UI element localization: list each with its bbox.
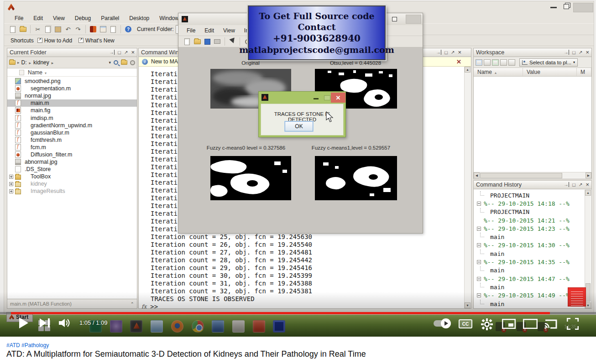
- dock-icon[interactable]: [436, 50, 441, 55]
- column-header-m[interactable]: M: [577, 68, 591, 76]
- undock-icon[interactable]: [579, 50, 582, 55]
- plot-selector-button[interactable]: Select data to pl... ▾: [519, 58, 578, 67]
- taskbar-icon-red-app[interactable]: [253, 320, 265, 333]
- expand-toggle-icon[interactable]: [9, 175, 13, 179]
- maximize-icon[interactable]: [572, 50, 575, 55]
- scrollbar-thumb[interactable]: [586, 283, 591, 302]
- undock-icon[interactable]: [579, 182, 582, 187]
- maximize-icon[interactable]: [572, 182, 575, 187]
- video-player[interactable]: FileEditViewDebugParallelDesktopWindowHe…: [0, 0, 596, 337]
- fig-menu-view[interactable]: View: [219, 26, 240, 35]
- current-folder-header[interactable]: Current Folder: [7, 48, 137, 57]
- cut-icon[interactable]: ✂: [34, 25, 42, 33]
- collapse-toggle-icon[interactable]: [477, 260, 481, 264]
- collapse-toggle-icon[interactable]: [477, 293, 481, 297]
- workspace-header[interactable]: Workspace: [474, 48, 591, 57]
- close-icon[interactable]: [131, 50, 135, 55]
- history-row[interactable]: PROJECTMAIN: [474, 191, 585, 199]
- file-row-fcm-m[interactable]: fcm.m: [7, 144, 137, 151]
- captions-button[interactable]: CC: [459, 319, 472, 328]
- file-list-column-header[interactable]: Name: [7, 68, 137, 77]
- scroll-up-icon[interactable]: ▲: [585, 190, 591, 196]
- scrollbar-thumb[interactable]: [480, 173, 562, 178]
- dock-icon[interactable]: [564, 182, 569, 187]
- taskbar-icon-word-app[interactable]: [212, 320, 224, 333]
- file-row-main-m[interactable]: main.m: [7, 99, 137, 107]
- file-row-imageresults[interactable]: ImageResults: [7, 187, 137, 195]
- minimize-icon[interactable]: [314, 98, 319, 99]
- menu-desktop[interactable]: Desktop: [124, 14, 154, 23]
- breadcrumb-item-kidney[interactable]: kidney: [33, 59, 56, 66]
- menu-parallel[interactable]: Parallel: [96, 14, 124, 23]
- collapse-toggle-icon[interactable]: [477, 243, 481, 247]
- import-data-icon[interactable]: [492, 59, 499, 66]
- search-icon[interactable]: [114, 60, 118, 65]
- miniplayer-button[interactable]: [502, 319, 516, 329]
- next-button[interactable]: [39, 318, 51, 328]
- browse-folder-icon[interactable]: [121, 60, 127, 65]
- play-button[interactable]: [18, 317, 29, 329]
- close-button[interactable]: [406, 15, 421, 24]
- volume-button[interactable]: [58, 318, 71, 328]
- taskbar-icon-matlab-app[interactable]: [130, 320, 142, 333]
- history-row[interactable]: %-- 29-10-2015 14:18 --%: [474, 199, 585, 208]
- menu-view[interactable]: View: [48, 14, 70, 23]
- dock-icon[interactable]: [564, 50, 569, 55]
- file-row-abnormal-jpg[interactable]: abnormal.jpg: [7, 158, 137, 166]
- undock-icon[interactable]: [124, 50, 128, 55]
- file-row-kidney[interactable]: kidney: [7, 180, 137, 187]
- taskbar-icon-explorer-app[interactable]: [151, 320, 163, 333]
- delete-variable-icon[interactable]: [508, 59, 515, 66]
- taskbar-icon-chrome-app[interactable]: [192, 320, 204, 333]
- history-row[interactable]: %-- 29-10-2015 14:21 --%: [474, 216, 585, 224]
- gear-icon[interactable]: [130, 60, 135, 65]
- taskbar-icon-firefox-app[interactable]: [171, 320, 183, 333]
- hashtag-links[interactable]: #ATD #Pathology: [6, 342, 49, 348]
- column-header-name[interactable]: Name: [474, 68, 523, 76]
- collapse-toggle-icon[interactable]: [477, 202, 481, 206]
- menu-debug[interactable]: Debug: [70, 14, 96, 23]
- banner-close-icon[interactable]: ✕: [456, 58, 461, 65]
- promo-overlay-box[interactable]: [568, 287, 586, 307]
- new-figure-icon[interactable]: [183, 37, 191, 46]
- shortcut-how-to-add[interactable]: How to Add: [37, 37, 72, 44]
- command-history-header[interactable]: Command History: [474, 181, 591, 189]
- maximize-icon[interactable]: [118, 50, 121, 55]
- restore-icon[interactable]: [564, 4, 569, 9]
- history-row[interactable]: main: [474, 233, 585, 241]
- open-icon[interactable]: [193, 37, 201, 46]
- shortcut-what-s-new[interactable]: What's New: [78, 37, 115, 44]
- new-variable-icon[interactable]: [476, 59, 482, 66]
- paste-icon[interactable]: [54, 25, 62, 33]
- taskbar-icon-photos-app[interactable]: [232, 320, 245, 333]
- scroll-right-icon[interactable]: ▶: [586, 172, 591, 178]
- pointer-icon[interactable]: [228, 37, 236, 46]
- name-column-header[interactable]: Name: [28, 69, 47, 76]
- command-prompt[interactable]: fx >>: [141, 303, 158, 310]
- file-row-toolbox[interactable]: ToolBox: [7, 173, 137, 180]
- column-header-value[interactable]: Value: [523, 68, 577, 76]
- file-row-diffusion-filter-m[interactable]: Diffusion_filter.m: [7, 151, 137, 158]
- save-workspace-icon[interactable]: [500, 59, 507, 66]
- collapse-toggle-icon[interactable]: [477, 227, 481, 231]
- address-bar[interactable]: D:kidney ▾: [7, 57, 137, 68]
- cast-button[interactable]: [544, 318, 558, 329]
- video-progress-bar[interactable]: [0, 312, 596, 314]
- file-row-smoothed-png[interactable]: smoothed.png: [7, 78, 137, 85]
- file-row-fcmthresh-m[interactable]: fcmthresh.m: [7, 136, 137, 144]
- history-row[interactable]: main: [474, 266, 585, 275]
- autoplay-toggle[interactable]: [434, 320, 451, 327]
- maximize-icon[interactable]: [444, 50, 448, 55]
- file-row--ds-store[interactable]: .DS_Store: [7, 166, 137, 173]
- help-icon[interactable]: [124, 25, 132, 33]
- save-icon[interactable]: [203, 37, 211, 46]
- scroll-left-icon[interactable]: ◀: [474, 172, 480, 178]
- dock-icon[interactable]: [109, 50, 115, 55]
- settings-gear-icon[interactable]: [481, 318, 493, 330]
- close-icon[interactable]: [458, 50, 461, 55]
- dropdown-icon[interactable]: ▾: [109, 60, 111, 65]
- expand-toggle-icon[interactable]: [9, 182, 13, 186]
- menu-file[interactable]: File: [10, 14, 28, 23]
- maximize-icon[interactable]: [324, 95, 330, 100]
- guide-icon[interactable]: [99, 25, 107, 33]
